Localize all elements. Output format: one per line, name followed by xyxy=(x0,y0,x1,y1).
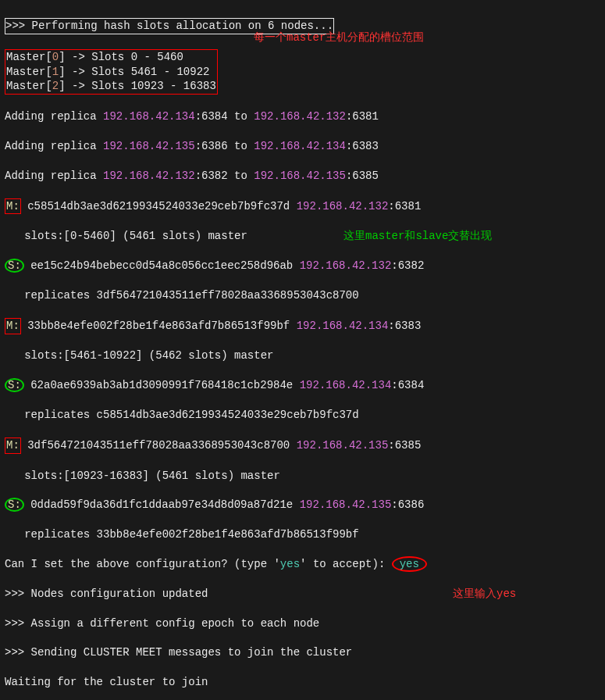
user-input-yes[interactable]: yes xyxy=(400,558,419,570)
annotation-alternate: 这里master和slave交替出现 xyxy=(343,229,492,244)
master-tag-3: M: xyxy=(5,438,21,454)
terminal-output: >>> Performing hash slots allocation on … xyxy=(0,0,605,700)
master-tag-1: M: xyxy=(5,198,21,215)
slave-tag-2: S: xyxy=(5,378,24,392)
annotation-slots-range: 每一个master主机分配的槽位范围 xyxy=(254,30,424,45)
yes-input-highlight: yes xyxy=(392,556,427,572)
slave-tag-3: S: xyxy=(5,498,24,512)
master-tag-2: M: xyxy=(5,318,21,334)
annotation-type-yes: 这里输入yes xyxy=(453,587,516,602)
master-slots-box: Master[0] -> Slots 0 - 5460Master[1] -> … xyxy=(5,49,218,95)
slave-tag-1: S: xyxy=(5,259,24,273)
